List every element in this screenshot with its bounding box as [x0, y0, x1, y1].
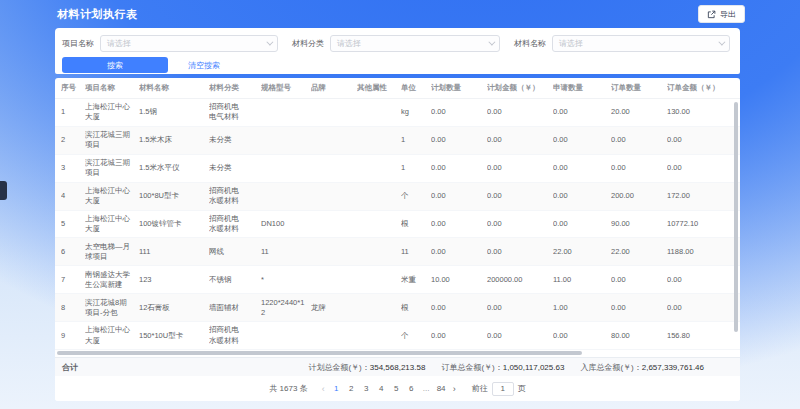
- table-cell: 0.00: [431, 247, 487, 257]
- table-row: 5上海松江中心大厦100镀锌管卡招商机电 水暖材料DN100根0.000.000…: [55, 211, 740, 239]
- table-cell: 个: [401, 331, 431, 341]
- table-cell: 172.00: [667, 191, 727, 201]
- table-cell: 0.00: [611, 303, 667, 313]
- chevron-down-icon: [488, 39, 495, 46]
- filter-label-material-category: 材料分类: [292, 38, 324, 49]
- table-cell: 墙面辅材: [209, 303, 261, 313]
- table-cell: 111: [139, 247, 209, 257]
- table-cell: 未分类: [209, 135, 261, 145]
- pagination-prev-button[interactable]: ‹: [318, 384, 329, 394]
- table-cell: 0.00: [487, 163, 553, 173]
- table-cell: *: [261, 275, 311, 285]
- pagination-page-button[interactable]: 5: [389, 381, 404, 397]
- table-cell: 20.00: [611, 107, 667, 117]
- pagination-ellipsis: ...: [419, 381, 434, 397]
- search-button[interactable]: 搜索: [62, 57, 168, 73]
- chevron-down-icon: [266, 39, 273, 46]
- table-row: 6太空电梯—月球项目111网线11110.000.0022.0022.00118…: [55, 238, 740, 266]
- horizontal-scrollbar[interactable]: [57, 351, 582, 355]
- table-cell: 滨江花城三期项目: [85, 130, 139, 150]
- page-title: 材料计划执行表: [57, 7, 138, 22]
- project-name-select[interactable]: 请选择: [100, 35, 278, 52]
- select-placeholder: 请选择: [337, 38, 361, 49]
- table-cell: 未分类: [209, 163, 261, 173]
- table-cell: 22.00: [553, 247, 611, 257]
- pagination-pages: 123456...84: [329, 381, 449, 397]
- table-cell: 6: [61, 247, 85, 257]
- table-cell: 0.00: [431, 331, 487, 341]
- table-cell: 1: [401, 135, 431, 145]
- table-header-row: 序号项目名称材料名称材料分类规格型号品牌其他属性单位计划数量计划金额（￥）申请数…: [55, 78, 740, 99]
- clear-search-link[interactable]: 清空搜索: [188, 60, 220, 71]
- table-cell: 1188.00: [667, 247, 727, 257]
- table-cell: 0.00: [487, 191, 553, 201]
- table-row: 4上海松江中心大厦100*8U型卡招商机电 水暖材料个0.000.000.002…: [55, 183, 740, 211]
- table-cell: 1: [61, 107, 85, 117]
- column-header: 序号: [61, 83, 85, 93]
- table-cell: 22.00: [611, 247, 667, 257]
- summary-total-label: 入库总金额(￥)：: [580, 363, 641, 372]
- data-table: 序号项目名称材料名称材料分类规格型号品牌其他属性单位计划数量计划金额（￥）申请数…: [55, 78, 740, 401]
- pagination-page-button[interactable]: 84: [434, 381, 449, 397]
- pagination-page-button[interactable]: 2: [344, 381, 359, 397]
- column-header: 材料名称: [139, 83, 209, 93]
- table-cell: 0.00: [487, 331, 553, 341]
- summary-total-value: 1,050,117,025.63: [503, 363, 565, 372]
- summary-totals: 计划总金额(￥)：354,568,213.58订单总金额(￥)：1,050,11…: [308, 362, 704, 373]
- column-header: 其他属性: [357, 83, 401, 93]
- table-cell: 0.00: [611, 163, 667, 173]
- table-cell: 9: [61, 331, 85, 341]
- table-cell: 0.00: [431, 107, 487, 117]
- table-cell: 100镀锌管卡: [139, 219, 209, 229]
- table-body: 1上海松江中心大厦1.5钢招商机电 电气材料kg0.000.000.0020.0…: [55, 99, 740, 350]
- column-header: 计划金额（￥）: [487, 83, 553, 93]
- column-header: 计划数量: [431, 83, 487, 93]
- table-cell: 8: [61, 303, 85, 313]
- pagination-page-button[interactable]: 3: [359, 381, 374, 397]
- table-cell: 10772.10: [667, 219, 727, 229]
- export-button[interactable]: 导出: [698, 5, 745, 23]
- table-cell: 上海松江中心大厦: [85, 325, 139, 345]
- summary-total-value: 354,568,213.58: [370, 363, 426, 372]
- table-cell: 200000.00: [487, 275, 553, 285]
- material-name-select[interactable]: 请选择: [552, 35, 730, 52]
- goto-page-input[interactable]: [492, 382, 514, 396]
- table-cell: 招商机电 水暖材料: [209, 214, 261, 234]
- export-button-label: 导出: [720, 9, 736, 20]
- column-header: 材料分类: [209, 83, 261, 93]
- table-cell: 12石膏板: [139, 303, 209, 313]
- pagination-total-count: 共 1673 条: [269, 383, 307, 394]
- table-cell: 0.00: [667, 275, 727, 285]
- table-cell: 0.00: [487, 107, 553, 117]
- table-cell: 0.00: [553, 191, 611, 201]
- sidebar-collapse-handle[interactable]: [0, 181, 7, 200]
- table-row: 8滨江花城8期项目-分包12石膏板墙面辅材1220*2440*12龙牌根0.00…: [55, 294, 740, 322]
- pagination-page-button[interactable]: 1: [329, 381, 344, 397]
- table-cell: 0.00: [431, 303, 487, 313]
- column-header: 项目名称: [85, 83, 139, 93]
- table-cell: 根: [401, 219, 431, 229]
- table-cell: 上海松江中心大厦: [85, 214, 139, 234]
- vertical-scrollbar[interactable]: [734, 102, 738, 332]
- table-cell: 200.00: [611, 191, 667, 201]
- export-icon: [707, 10, 716, 19]
- table-cell: 0.00: [611, 275, 667, 285]
- table-row: 1上海松江中心大厦1.5钢招商机电 电气材料kg0.000.000.0020.0…: [55, 99, 740, 127]
- summary-total-value: 2,657,339,761.46: [642, 363, 704, 372]
- table-cell: 1: [401, 163, 431, 173]
- table-cell: 滨江花城8期项目-分包: [85, 298, 139, 318]
- table-cell: 80.00: [611, 331, 667, 341]
- material-category-select[interactable]: 请选择: [330, 35, 500, 52]
- pagination-page-button[interactable]: 6: [404, 381, 419, 397]
- table-cell: 100*8U型卡: [139, 191, 209, 201]
- pagination-page-button[interactable]: 4: [374, 381, 389, 397]
- table-cell: 150*10U型卡: [139, 331, 209, 341]
- table-cell: 滨江花城三期项目: [85, 158, 139, 178]
- table-cell: DN100: [261, 219, 311, 229]
- column-header: 订单金额（￥）: [667, 83, 727, 93]
- table-cell: 0.00: [431, 191, 487, 201]
- pagination-next-button[interactable]: ›: [449, 384, 460, 394]
- page-unit-label: 页: [518, 383, 526, 394]
- column-header: 单位: [401, 83, 431, 93]
- table-cell: 0.00: [611, 135, 667, 145]
